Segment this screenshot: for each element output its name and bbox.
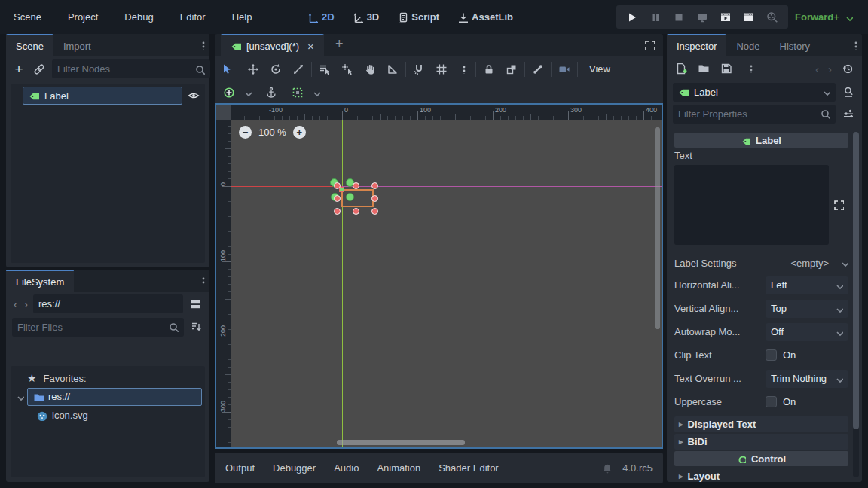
group-bidi[interactable]: ▸BiDi <box>674 434 848 450</box>
bottom-tab-output[interactable]: Output <box>225 462 255 474</box>
dock-menu-icon[interactable] <box>194 36 209 54</box>
lock-selected-button[interactable] <box>480 60 498 78</box>
tab-scene[interactable]: Scene <box>6 34 53 56</box>
group-displayed-text[interactable]: ▸Displayed Text <box>674 416 848 432</box>
edit-history-icon[interactable] <box>841 59 854 78</box>
vertical-alignment-dropdown[interactable]: Top <box>766 300 848 318</box>
instance-scene-button[interactable] <box>32 60 47 78</box>
path-input[interactable] <box>38 298 178 310</box>
history-back-icon[interactable]: ‹ <box>815 63 819 75</box>
list-select-button[interactable] <box>316 60 334 78</box>
bottom-tab-audio[interactable]: Audio <box>334 462 359 474</box>
filter-properties-input[interactable] <box>678 108 815 120</box>
chevron-down-icon[interactable] <box>839 258 848 267</box>
tab-unsaved-scene[interactable]: [unsaved](*) × <box>221 34 324 56</box>
view-menu-button[interactable]: View <box>582 63 618 75</box>
uppercase-checkbox[interactable] <box>766 396 777 407</box>
tab-history[interactable]: History <box>770 34 820 56</box>
rotate-mode-button[interactable] <box>267 60 285 78</box>
expand-textarea-icon[interactable] <box>833 196 845 214</box>
inspector-scrollbar-track[interactable] <box>853 132 859 477</box>
nav-forward-icon[interactable]: › <box>23 297 29 310</box>
horizontal-scrollbar[interactable] <box>337 440 465 445</box>
scale-mode-button[interactable] <box>289 60 307 78</box>
container-sizing-button[interactable] <box>291 84 304 102</box>
ruler-mode-button[interactable] <box>384 60 402 78</box>
open-documentation-icon[interactable] <box>841 83 856 101</box>
new-tab-button[interactable]: + <box>335 36 344 52</box>
pause-button[interactable] <box>649 8 662 26</box>
anchor-handle[interactable] <box>346 193 354 201</box>
play-button[interactable] <box>626 8 638 26</box>
dock-menu-icon[interactable] <box>847 36 862 54</box>
pivot-mode-button[interactable] <box>338 60 356 78</box>
vertical-ruler[interactable]: 0 100 200 300 <box>216 120 231 447</box>
tab-3d-screen[interactable]: 3D <box>353 11 380 23</box>
tab-2d-screen[interactable]: 2D <box>307 11 335 23</box>
zoom-level-label[interactable]: 100 % <box>258 127 286 138</box>
horizontal-ruler[interactable]: -100 0 100 200 300 400 <box>231 105 662 120</box>
resource-menu-icon[interactable] <box>742 59 757 78</box>
renderer-select[interactable]: Forward+ <box>795 0 853 34</box>
filter-nodes-input[interactable] <box>57 63 190 75</box>
add-node-button[interactable]: + <box>11 60 26 78</box>
chevron-down-icon[interactable] <box>311 88 320 97</box>
history-forward-icon[interactable]: › <box>828 63 832 75</box>
resize-handle[interactable] <box>371 208 378 215</box>
menu-debug[interactable]: Debug <box>121 10 156 24</box>
tree-row-iconsvg[interactable]: icon.svg <box>14 406 202 425</box>
bottom-tab-debugger[interactable]: Debugger <box>273 462 316 474</box>
text-overrun-dropdown[interactable]: Trim Nothing <box>766 370 848 388</box>
text-property-textarea[interactable] <box>674 165 829 245</box>
file-sort-icon[interactable] <box>188 318 203 336</box>
chevron-down-icon[interactable] <box>15 392 24 401</box>
2d-viewport[interactable]: -100 0 100 200 300 400 0 100 200 300 − 1… <box>215 103 663 449</box>
resize-handle[interactable] <box>371 195 378 202</box>
remote-debug-icon[interactable] <box>696 8 708 26</box>
favorites-row[interactable]: ★ Favorites: <box>14 369 202 387</box>
tab-script-screen[interactable]: Script <box>397 11 439 23</box>
horizontal-alignment-dropdown[interactable]: Left <box>766 276 848 294</box>
node-selector[interactable]: Label <box>673 83 836 102</box>
label-settings-value[interactable]: <empty> <box>790 258 829 269</box>
move-mode-button[interactable] <box>244 60 262 78</box>
anchor-preset-button[interactable] <box>222 84 236 102</box>
menu-project[interactable]: Project <box>65 10 101 24</box>
resize-handle[interactable] <box>334 208 341 215</box>
stop-button[interactable] <box>673 8 685 26</box>
dock-menu-icon[interactable] <box>194 272 209 290</box>
close-tab-icon[interactable]: × <box>307 40 314 53</box>
pan-mode-button[interactable] <box>361 60 379 78</box>
group-selected-button[interactable] <box>503 60 521 78</box>
menu-help[interactable]: Help <box>229 10 255 24</box>
menu-editor[interactable]: Editor <box>177 10 209 24</box>
skeleton-options-button[interactable] <box>529 60 547 78</box>
property-tools-icon[interactable] <box>841 105 856 123</box>
new-resource-button[interactable] <box>674 59 688 78</box>
bottom-tab-animation[interactable]: Animation <box>377 462 420 474</box>
tab-import[interactable]: Import <box>53 34 101 56</box>
save-resource-button[interactable] <box>720 59 733 78</box>
clip-text-checkbox[interactable] <box>766 349 777 361</box>
load-resource-button[interactable] <box>697 59 711 78</box>
anchor-mode-button[interactable] <box>264 84 278 102</box>
resize-handle[interactable] <box>334 182 341 189</box>
canvas-area[interactable]: − 100 % + <box>231 120 662 447</box>
tab-inspector[interactable]: Inspector <box>667 34 726 56</box>
camera-override-button[interactable] <box>555 60 573 78</box>
nav-back-icon[interactable]: ‹ <box>12 297 19 310</box>
filter-files-input[interactable] <box>17 322 164 333</box>
notifications-bell-icon[interactable] <box>600 459 613 477</box>
tree-row-label[interactable]: Label <box>14 86 202 105</box>
resize-handle[interactable] <box>353 182 359 189</box>
play-custom-scene-button[interactable] <box>743 8 755 26</box>
smart-snap-button[interactable] <box>410 60 428 78</box>
snap-options-menu-icon[interactable] <box>454 60 472 78</box>
resize-handle[interactable] <box>371 182 378 189</box>
chevron-down-icon[interactable] <box>243 88 252 97</box>
tab-filesystem[interactable]: FileSystem <box>6 270 74 292</box>
grid-snap-button[interactable] <box>432 60 451 78</box>
zoom-in-button[interactable]: + <box>293 126 306 139</box>
movie-maker-icon[interactable] <box>766 8 778 26</box>
inspector-scrollbar-thumb[interactable] <box>853 132 859 429</box>
